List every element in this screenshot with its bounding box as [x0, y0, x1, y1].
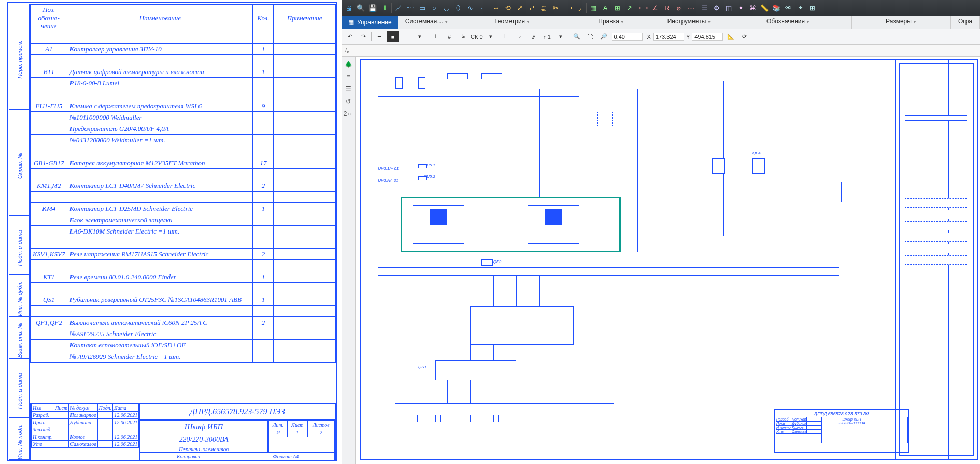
library-icon[interactable]: 📚 — [771, 2, 782, 13]
circle-icon[interactable]: ○ — [429, 2, 440, 13]
table-icon[interactable]: ⊞ — [612, 2, 623, 13]
table-row: KM4Контактор LC1-D25MD Schneider Electri… — [31, 203, 336, 214]
signer-cell — [54, 419, 68, 426]
copy-icon[interactable]: ⿻ — [538, 2, 549, 13]
collapse-icon[interactable]: ≡ — [343, 71, 353, 82]
grid-toggle-icon[interactable]: # — [444, 31, 455, 42]
ellipse-icon[interactable]: ⬯ — [452, 2, 464, 13]
drawing-canvas[interactable]: UV2.1/+ 01 UV2.N/- 01 FU5.1 FU5.2 QF4 — [356, 57, 980, 464]
tab-geometry[interactable]: Геометрия▼ — [456, 16, 569, 29]
dim-chain-icon[interactable]: ⋯ — [685, 2, 697, 13]
cell-pos: QF1,QF2 — [31, 317, 67, 328]
ruler-icon[interactable]: 📐 — [725, 31, 736, 42]
refresh-icon[interactable]: ⟳ — [738, 31, 750, 42]
arc-icon[interactable]: ◡ — [441, 2, 452, 13]
fillet-icon[interactable]: ◞ — [574, 2, 585, 13]
dropdown-icon[interactable]: ▾ — [414, 31, 425, 42]
zoom-icon[interactable]: 🔎 — [598, 31, 609, 42]
cell-note — [274, 180, 336, 192]
parallel-icon[interactable]: ⫽ — [528, 31, 539, 42]
rotate-icon[interactable]: ⟲ — [502, 2, 514, 13]
table-row — [31, 260, 336, 271]
layer-icon[interactable]: ☰ — [699, 2, 711, 13]
cell-name — [67, 306, 253, 317]
view-icon[interactable]: 👁 — [783, 2, 794, 13]
dim-linear-icon[interactable]: ⟷ — [637, 2, 649, 13]
color-icon[interactable]: ■ — [387, 31, 399, 42]
linetype-icon[interactable]: ━ — [374, 31, 385, 42]
spline-icon[interactable]: ∿ — [464, 2, 476, 13]
table-row: Контакт вспомогательный iOF/SD+OF — [31, 340, 336, 351]
lit-val: И — [269, 429, 288, 437]
step-icon[interactable]: ↑ 1 — [542, 31, 553, 42]
cell-note — [274, 112, 336, 123]
cell-name: Реле времени 80.01.0.240.0000 Finder — [67, 271, 253, 283]
trim-icon[interactable]: ✂ — [550, 2, 561, 13]
cell-note — [274, 249, 336, 260]
tab-dimensions[interactable]: Размеры▼ — [852, 16, 951, 29]
tab-tools[interactable]: Инструменты▼ — [654, 16, 725, 29]
zoom-in-icon[interactable]: 🔍 — [571, 31, 583, 42]
block-icon[interactable]: ◫ — [723, 2, 734, 13]
cell-qty: 2 — [253, 317, 274, 328]
ortho-icon[interactable]: ⊥ — [430, 31, 442, 42]
signer-cell — [113, 426, 139, 433]
signer-cell: Поликарпов — [69, 412, 97, 419]
dim-radius-icon[interactable]: R — [661, 2, 673, 13]
perp-icon[interactable]: ⊢ — [501, 31, 513, 42]
cell-pos — [31, 351, 67, 363]
save-icon[interactable]: 💾 — [367, 2, 378, 13]
point-icon[interactable]: · — [476, 2, 488, 13]
properties-icon[interactable]: ⚙ — [711, 2, 722, 13]
polyline-icon[interactable]: 〰 — [405, 2, 416, 13]
dim-diameter-icon[interactable]: ⌀ — [673, 2, 685, 13]
export-icon[interactable]: ⬇ — [379, 2, 390, 13]
table-row — [31, 32, 336, 44]
tangent-icon[interactable]: ⟋ — [515, 31, 526, 42]
tab-system[interactable]: Системная…▼ — [398, 16, 456, 29]
tree-icon[interactable]: 🌲 — [343, 59, 353, 69]
measure-icon[interactable]: 📏 — [759, 2, 770, 13]
undo-icon[interactable]: ↶ — [344, 31, 356, 42]
weight-icon[interactable]: ≡ — [401, 31, 412, 42]
cell-name: Батарея аккумуляторная M12V35FT Marathon — [67, 157, 253, 169]
management-button[interactable]: ▦ Управление — [342, 16, 398, 29]
extend-icon[interactable]: ⟶ — [562, 2, 573, 13]
cell-pos — [31, 123, 67, 135]
rect-icon[interactable]: ▭ — [417, 2, 428, 13]
ucs-icon[interactable]: ╚ — [457, 31, 468, 42]
cell-note — [274, 294, 336, 306]
cell-pos: A1 — [31, 44, 67, 55]
dropdown-icon[interactable]: ▾ — [555, 31, 566, 42]
cell-name: P18-0-00-8 Lumel — [67, 78, 253, 89]
side-label: Подп. и дата — [17, 370, 23, 412]
tab-constraints[interactable]: Огра — [951, 16, 980, 29]
cell-pos — [31, 283, 67, 294]
text-icon[interactable]: A — [600, 2, 611, 13]
line-icon[interactable]: ／ — [393, 2, 404, 13]
sheet-icon[interactable]: 2↔ — [343, 109, 353, 119]
ribbon: 🖨 🔍 💾 ⬇ ／ 〰 ▭ ○ ◡ ⬯ ∿ · ↔ ⟲ ⤢ ⇄ ⿻ ✂ ⟶ ◞ … — [342, 0, 980, 29]
scale-icon[interactable]: ⤢ — [514, 2, 525, 13]
tab-edit[interactable]: Правка▼ — [569, 16, 654, 29]
y-label: Y — [686, 34, 690, 40]
macro-icon[interactable]: ⌘ — [747, 2, 758, 13]
mirror-icon[interactable]: ⇄ — [526, 2, 537, 13]
snap-icon[interactable]: ⌖ — [794, 2, 806, 13]
dim-angular-icon[interactable]: ∠ — [649, 2, 661, 13]
preview-icon[interactable]: 🔍 — [355, 2, 366, 13]
tab-annotations[interactable]: Обозначения▼ — [725, 16, 852, 29]
redo-icon[interactable]: ↷ — [358, 31, 369, 42]
print-icon[interactable]: 🖨 — [343, 2, 354, 13]
hatch-icon[interactable]: ▦ — [588, 2, 599, 13]
grid-icon[interactable]: ⊞ — [806, 2, 818, 13]
label-qf4: QF4 — [752, 151, 761, 155]
move-icon[interactable]: ↔ — [490, 2, 502, 13]
cell-qty — [253, 340, 274, 351]
leader-icon[interactable]: ↗ — [623, 2, 635, 13]
panel-icon[interactable]: ☰ — [343, 84, 353, 94]
symbol-icon[interactable]: ✦ — [735, 2, 746, 13]
zoom-fit-icon[interactable]: ⛶ — [585, 31, 596, 42]
dropdown-icon[interactable]: ▾ — [485, 31, 496, 42]
history-icon[interactable]: ↺ — [343, 96, 353, 107]
